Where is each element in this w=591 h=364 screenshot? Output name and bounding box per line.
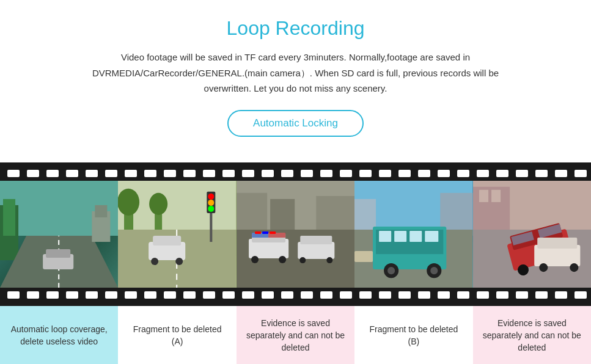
caption-2: Fragment to be deleted (A) — [118, 306, 236, 365]
perf — [398, 170, 411, 177]
perf — [66, 170, 78, 177]
caption-4: Fragment to be deleted (B) — [354, 306, 472, 365]
film-perforations-top — [0, 169, 591, 178]
perf — [301, 170, 313, 177]
svg-rect-37 — [300, 236, 332, 244]
caption-3: Evidence is saved separately and can not… — [237, 306, 354, 365]
svg-point-71 — [539, 263, 548, 272]
perf — [183, 170, 196, 177]
caption-3-text: Evidence is saved separately and can not… — [245, 317, 346, 354]
perf — [125, 291, 137, 299]
caption-5-text: Evidence is saved separately and can not… — [482, 317, 582, 354]
perf — [203, 291, 215, 299]
perf — [46, 170, 59, 177]
svg-point-22 — [208, 193, 215, 199]
perf — [438, 170, 450, 177]
svg-rect-40 — [255, 231, 261, 233]
svg-point-13 — [150, 192, 168, 214]
svg-point-56 — [430, 267, 438, 274]
svg-point-34 — [251, 256, 259, 263]
perf — [183, 291, 196, 299]
description-text: Video footage will be saved in TF card e… — [76, 49, 516, 96]
perf — [438, 291, 450, 299]
perf — [46, 291, 59, 299]
perf — [555, 291, 567, 299]
svg-point-23 — [208, 199, 215, 205]
perf — [222, 170, 235, 177]
perf — [86, 170, 98, 177]
svg-rect-8 — [95, 205, 107, 217]
svg-point-38 — [299, 257, 306, 263]
svg-rect-6 — [46, 249, 70, 258]
page-title: Loop Recording — [49, 17, 542, 40]
perf — [457, 170, 469, 177]
perf — [301, 291, 313, 299]
svg-point-72 — [570, 263, 578, 272]
svg-rect-51 — [409, 230, 422, 241]
film-frame-1 — [0, 181, 118, 288]
film-frame-2 — [118, 181, 236, 288]
perf — [359, 170, 372, 177]
perf — [27, 170, 39, 177]
perf — [281, 291, 293, 299]
perf — [340, 170, 352, 177]
perf — [535, 170, 548, 177]
film-frame-4 — [354, 181, 472, 288]
perf — [555, 170, 567, 177]
perf — [457, 291, 469, 299]
perf — [203, 170, 215, 177]
film-perforations-bottom — [0, 290, 591, 300]
perf — [164, 170, 176, 177]
perf — [516, 291, 528, 299]
caption-4-text: Fragment to be deleted (B) — [363, 323, 464, 348]
svg-point-19 — [176, 258, 183, 265]
perf — [164, 291, 176, 299]
perf — [477, 291, 489, 299]
perf — [105, 291, 117, 299]
perf — [320, 291, 332, 299]
perf — [574, 291, 587, 299]
perf — [125, 170, 137, 177]
svg-rect-2 — [3, 198, 15, 235]
perf — [340, 291, 352, 299]
film-images-row — [0, 181, 591, 288]
perf — [418, 291, 430, 299]
svg-point-35 — [279, 256, 286, 263]
caption-1-text: Automatic loop coverage, delete useless … — [9, 323, 109, 348]
perf — [379, 170, 391, 177]
caption-5: Evidence is saved separately and can not… — [473, 306, 591, 365]
film-frame-3 — [237, 181, 354, 288]
perf — [477, 170, 489, 177]
perf — [281, 170, 293, 177]
header-section: Loop Recording Video footage will be sav… — [0, 0, 591, 162]
perf — [320, 170, 332, 177]
perf — [535, 291, 548, 299]
perf — [105, 170, 117, 177]
perf — [574, 170, 587, 177]
perf — [222, 291, 235, 299]
caption-1: Automatic loop coverage, delete useless … — [0, 306, 118, 365]
auto-lock-button[interactable]: Automatic Locking — [227, 110, 364, 137]
svg-point-39 — [326, 257, 332, 263]
perf — [262, 170, 274, 177]
perf — [418, 170, 430, 177]
svg-rect-61 — [491, 189, 501, 202]
svg-point-11 — [118, 188, 139, 215]
perf — [144, 291, 156, 299]
perf — [27, 291, 39, 299]
svg-rect-42 — [270, 231, 276, 233]
svg-rect-26 — [237, 192, 267, 235]
perf — [7, 291, 20, 299]
svg-point-54 — [387, 267, 395, 274]
svg-point-18 — [152, 258, 159, 265]
perf — [398, 291, 411, 299]
perf — [262, 291, 274, 299]
svg-rect-17 — [153, 236, 182, 246]
perf — [516, 170, 528, 177]
perf — [359, 291, 372, 299]
perf — [66, 291, 78, 299]
perf — [86, 291, 98, 299]
film-frame-5 — [473, 181, 591, 288]
svg-rect-52 — [425, 230, 438, 241]
perf — [242, 291, 254, 299]
